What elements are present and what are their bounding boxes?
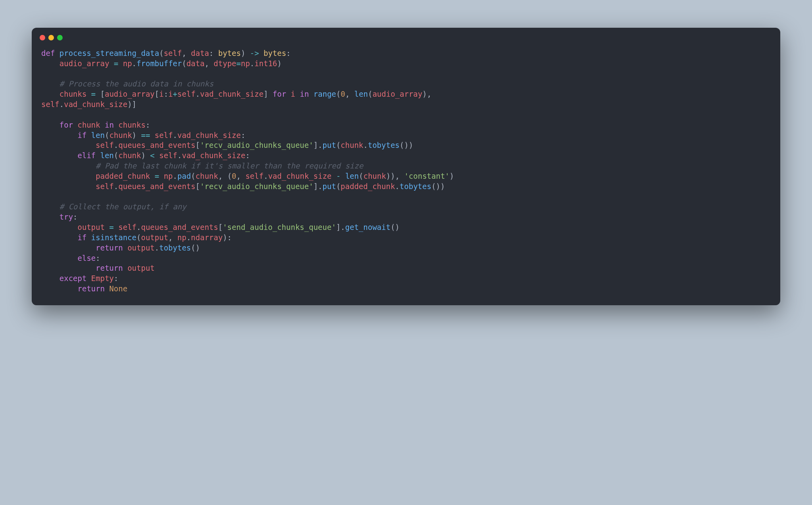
code-token: self [159,151,178,160]
code-token [41,284,78,293]
code-token: ): [223,233,232,242]
minimize-icon[interactable] [48,35,54,40]
code-token: , [236,172,245,180]
code-block[interactable]: def process_streaming_data(self, data: b… [32,43,780,305]
code-line: # Process the audio data in chunks [41,79,214,88]
code-token: vad_chunk_size [64,100,127,109]
code-token: ( [336,141,341,149]
code-token: self [119,223,137,231]
code-token: len [91,131,105,140]
code-token [41,172,96,180]
code-token: , [182,49,191,57]
code-token: audio_array [372,90,422,98]
code-token: output [127,243,155,252]
code-token: . [114,182,118,191]
code-token: if [78,233,87,242]
code-token [109,59,114,68]
code-token: self [41,100,59,109]
code-token [105,284,109,293]
code-token [41,233,78,242]
code-token: = [155,172,159,180]
code-token: . [264,172,268,180]
code-line: try: [41,212,78,221]
code-token: get_nowait [345,223,391,231]
close-icon[interactable] [40,35,45,40]
code-token [155,151,159,160]
code-token: frombuffer [136,59,182,68]
code-token: - [336,172,341,180]
code-token: self [96,141,114,149]
code-token: None [109,284,128,293]
code-token: ( [359,172,363,180]
zoom-icon[interactable] [57,35,63,40]
code-token: audio_array [105,90,155,98]
code-token: len [100,151,114,160]
code-token: : [245,151,250,160]
code-token: return [78,284,105,293]
code-token: . [186,233,191,242]
code-token [114,223,118,231]
code-token: tobytes [368,141,400,149]
code-token: 0 [341,90,345,98]
code-token: ( [105,131,109,140]
code-token: audio_array [59,59,109,68]
code-line: if len(chunk) == self.vad_chunk_size: [41,131,245,140]
code-token: ) [450,172,454,180]
code-token: dtype [214,59,236,68]
code-token: len [354,90,368,98]
code-token: chunk [78,121,100,129]
code-token [41,264,96,272]
code-token [41,79,59,88]
code-token: ) [241,49,250,57]
code-token: else [78,254,96,262]
code-token: try [59,212,73,221]
code-token [295,90,300,98]
code-token: 'send_audio_chunks_queue' [223,223,336,231]
code-token: queues_and_events [119,141,195,149]
code-token: data [191,49,209,57]
code-token: [ [96,90,105,98]
code-token [119,59,123,68]
code-token: ]. [336,223,345,231]
code-token: 'recv_audio_chunks_queue' [200,141,313,149]
code-token: ndarray [191,233,223,242]
code-token: . [395,182,399,191]
code-token: . [195,90,200,98]
code-token: + [173,90,177,98]
code-line: chunks = [audio_array[i:i+self.vad_chunk… [41,90,436,98]
code-token: ) [132,131,141,140]
code-token: put [322,141,336,149]
code-token: [ [218,223,222,231]
code-token [100,121,105,129]
code-token [286,90,291,98]
code-token [150,131,155,140]
code-token: : [241,131,245,140]
code-token: ()) [400,141,413,149]
code-token: , [168,233,177,242]
code-token: : [114,274,118,283]
code-token: tobytes [159,243,191,252]
code-token: == [141,131,150,140]
code-token: def [41,49,59,57]
code-token [86,274,91,283]
code-line: return None [41,284,127,293]
code-token: vad_chunk_size [268,172,331,180]
code-token: isinstance [91,233,136,242]
code-line: self.queues_and_events['recv_audio_chunk… [41,141,413,149]
code-token: ), [422,90,436,98]
code-token: < [150,151,155,160]
code-token: . [177,151,182,160]
code-token: queues_and_events [119,182,195,191]
code-line: self.vad_chunk_size)] [41,100,136,109]
code-line: # Pad the last chunk if it's smaller tha… [41,161,363,170]
code-token: vad_chunk_size [177,131,241,140]
code-line: def process_streaming_data(self, data: b… [41,49,291,57]
code-token: chunk [341,141,363,149]
code-token [41,151,78,160]
code-token: i [159,90,164,98]
code-token [41,212,59,221]
code-token: . [155,243,159,252]
code-token: output [141,233,169,242]
code-token: np [177,233,186,242]
code-token: chunk [195,172,218,180]
